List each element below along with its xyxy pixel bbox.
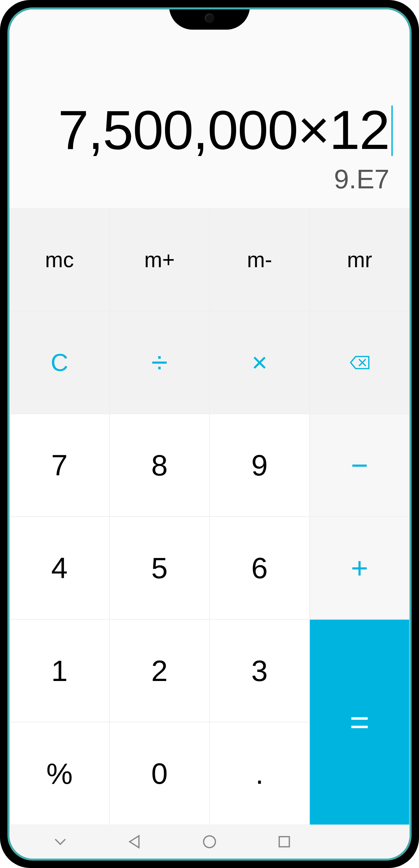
circle-home-icon [201, 833, 218, 850]
backspace-button[interactable] [310, 311, 410, 414]
nav-back-button[interactable] [126, 833, 143, 850]
backspace-icon [350, 352, 370, 373]
notch [169, 9, 250, 30]
digit-2-button[interactable]: 2 [109, 619, 210, 722]
text-cursor [391, 105, 393, 156]
nav-spacer [350, 833, 367, 850]
nav-recents-button[interactable] [276, 833, 293, 850]
decimal-button[interactable]: . [210, 722, 310, 825]
square-recents-icon [276, 833, 293, 850]
calculator-display: 7,500,000×12 9.E7 [9, 9, 410, 208]
triangle-back-icon [126, 833, 143, 850]
digit-0-button[interactable]: 0 [109, 722, 210, 825]
plus-button[interactable]: + [310, 517, 410, 619]
svg-point-0 [203, 836, 215, 848]
nav-collapse-button[interactable] [52, 833, 69, 850]
memory-recall-button[interactable]: mr [310, 208, 410, 311]
result-text: 9.E7 [26, 164, 393, 195]
memory-minus-button[interactable]: m- [210, 208, 310, 311]
expression-text[interactable]: 7,500,000×12 [26, 100, 393, 160]
percent-button[interactable]: % [9, 722, 109, 825]
digit-6-button[interactable]: 6 [210, 517, 310, 619]
nav-home-button[interactable] [201, 833, 218, 850]
svg-rect-1 [279, 837, 289, 847]
digit-7-button[interactable]: 7 [9, 414, 109, 517]
digit-5-button[interactable]: 5 [109, 517, 210, 619]
memory-plus-button[interactable]: m+ [109, 208, 210, 311]
keypad: mc m+ m- mr C ÷ × 7 8 9 − 4 5 [9, 208, 410, 825]
memory-clear-button[interactable]: mc [9, 208, 109, 311]
digit-4-button[interactable]: 4 [9, 517, 109, 619]
digit-3-button[interactable]: 3 [210, 619, 310, 722]
screen: 7,500,000×12 9.E7 mc m+ m- mr C ÷ × [9, 9, 410, 859]
digit-8-button[interactable]: 8 [109, 414, 210, 517]
equals-button[interactable]: = [310, 619, 410, 825]
clear-button[interactable]: C [9, 311, 109, 414]
android-navbar [9, 825, 410, 859]
phone-bezel: 7,500,000×12 9.E7 mc m+ m- mr C ÷ × [7, 7, 412, 861]
expression-value: 7,500,000×12 [58, 99, 389, 161]
chevron-down-icon [52, 833, 69, 850]
divide-button[interactable]: ÷ [109, 311, 210, 414]
digit-9-button[interactable]: 9 [210, 414, 310, 517]
minus-button[interactable]: − [310, 414, 410, 517]
phone-frame: 7,500,000×12 9.E7 mc m+ m- mr C ÷ × [0, 0, 419, 868]
multiply-button[interactable]: × [210, 311, 310, 414]
digit-1-button[interactable]: 1 [9, 619, 109, 722]
